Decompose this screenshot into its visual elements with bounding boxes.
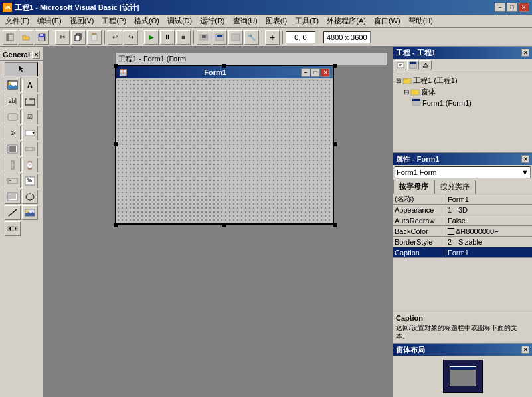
form-maximize-btn[interactable]: □	[311, 68, 320, 77]
handle-bc[interactable]	[222, 223, 226, 227]
toolbar-open[interactable]	[19, 30, 33, 45]
props-row-caption[interactable]: Caption Form1	[393, 247, 532, 258]
menu-window[interactable]: 窗口(W)	[370, 15, 404, 27]
tool-shape[interactable]	[22, 190, 38, 204]
menu-run[interactable]: 运行(R)	[196, 15, 228, 27]
svg-rect-55	[411, 90, 419, 95]
tool-drive[interactable]	[5, 174, 21, 188]
menu-query[interactable]: 查询(U)	[229, 15, 262, 27]
toolbar-pause[interactable]: ⏸	[160, 30, 175, 45]
menu-file[interactable]: 文件(F)	[1, 15, 33, 27]
maximize-button[interactable]: □	[507, 3, 517, 12]
svg-rect-28	[25, 148, 27, 150]
tool-radio[interactable]: ⊙	[5, 126, 21, 140]
tool-picture[interactable]	[5, 78, 21, 92]
tool-commandbutton[interactable]	[5, 110, 21, 124]
tool-vscroll[interactable]	[5, 158, 21, 172]
project-panel: 工程 - 工程1 ✕ ⊟	[393, 47, 532, 153]
props-val-name: Form1	[446, 196, 532, 203]
properties-panel-close[interactable]: ✕	[521, 155, 529, 163]
toolbar-stop[interactable]: ■	[176, 30, 191, 45]
toolbar: ✂ ↩ ↪ ▶ ⏸ ■ 🔧 + 0, 0 4800 x 3600	[0, 28, 532, 47]
props-row-autoredraw[interactable]: AutoRedraw False	[393, 215, 532, 226]
minimize-button[interactable]: −	[495, 3, 505, 12]
tool-data[interactable]	[5, 221, 21, 236]
props-val-appearance: 1 - 3D	[446, 206, 532, 214]
form-window[interactable]: 🪟 Form1 − □ ✕	[115, 65, 334, 225]
form-content[interactable]	[116, 78, 333, 223]
tool-combobox[interactable]	[22, 126, 38, 140]
tree-form1-icon	[412, 98, 421, 108]
project-toolbar-view-form[interactable]	[407, 60, 419, 70]
toolbar-menu2[interactable]	[213, 30, 227, 45]
form-close-btn[interactable]: ✕	[321, 68, 330, 77]
props-tab-alpha[interactable]: 按字母序	[393, 180, 434, 194]
toolbar-menu3[interactable]	[228, 30, 243, 45]
handle-bl[interactable]	[114, 223, 118, 227]
tool-dir[interactable]	[22, 174, 38, 188]
toolbar-run[interactable]: ▶	[144, 30, 159, 45]
tool-listbox[interactable]	[5, 142, 21, 156]
props-row-borderstyle[interactable]: BorderStyle 2 - Sizable	[393, 237, 532, 247]
menu-diagram[interactable]: 图表(I)	[262, 15, 291, 27]
handle-ml[interactable]	[114, 142, 118, 146]
menu-project[interactable]: 工程(P)	[98, 15, 130, 27]
props-name-caption: Caption	[393, 249, 446, 257]
props-row-name[interactable]: (名称) Form1	[393, 194, 532, 205]
tool-label[interactable]: A	[22, 78, 38, 92]
layout-panel-close[interactable]: ✕	[521, 346, 529, 354]
tree-item-form1[interactable]: Form1 (Form1)	[396, 98, 529, 108]
menu-help[interactable]: 帮助(H)	[404, 15, 437, 27]
props-row-backcolor[interactable]: BackColor &H8000000F	[393, 226, 532, 237]
handle-br[interactable]	[333, 223, 337, 227]
toolbar-undo[interactable]: ↩	[108, 30, 122, 45]
props-val-backcolor: &H8000000F	[446, 227, 532, 235]
project-panel-close[interactable]: ✕	[521, 49, 529, 57]
props-row-appearance[interactable]: Appearance 1 - 3D	[393, 205, 532, 215]
tool-line[interactable]	[5, 205, 21, 220]
handle-tr[interactable]	[333, 64, 337, 68]
toolbar-plus[interactable]: +	[265, 30, 280, 45]
project-toolbar-toggle[interactable]	[420, 60, 432, 70]
tool-checkbox[interactable]: ☑	[22, 110, 38, 124]
menu-debug[interactable]: 调试(D)	[163, 15, 196, 27]
tool-pointer[interactable]	[5, 62, 38, 76]
menu-view[interactable]: 视图(V)	[66, 15, 98, 27]
toolbar-save[interactable]	[35, 30, 49, 45]
tool-file[interactable]	[5, 190, 21, 204]
backcolor-swatch	[448, 228, 454, 235]
menu-format[interactable]: 格式(O)	[130, 15, 163, 27]
handle-mr[interactable]	[333, 142, 337, 146]
toolbox-close[interactable]: ✕	[32, 51, 40, 59]
tree-item-project[interactable]: ⊟ 工程1 (工程1)	[396, 75, 529, 86]
handle-tl[interactable]	[114, 64, 118, 68]
tool-frame[interactable]	[22, 94, 38, 108]
toolbox-label: General	[3, 51, 30, 59]
project-toolbar-view-code[interactable]	[395, 60, 406, 70]
props-tabs: 按字母序 按分类序	[393, 180, 532, 194]
toolbar-menu1[interactable]	[197, 30, 211, 45]
handle-tc[interactable]	[222, 64, 226, 68]
toolbar-wrench[interactable]: 🔧	[244, 30, 259, 45]
right-panels: 工程 - 工程1 ✕ ⊟	[393, 47, 532, 397]
props-val-caption: Form1	[446, 249, 532, 257]
properties-panel-titlebar: 属性 - Form1 ✕	[393, 153, 532, 165]
canvas-area[interactable]: 工程1 - Form1 (Form 🪟 Form1 − □ ✕	[43, 47, 393, 397]
props-tab-category[interactable]: 按分类序	[434, 180, 476, 194]
menu-tools[interactable]: 工具(T)	[291, 15, 323, 27]
menu-addins[interactable]: 外接程序(A)	[323, 15, 370, 27]
form-minimize-btn[interactable]: −	[301, 68, 310, 77]
tool-timer[interactable]: ⌚	[22, 158, 38, 172]
toolbar-new[interactable]	[3, 30, 17, 45]
tool-hscroll[interactable]	[22, 142, 38, 156]
toolbar-cut[interactable]: ✂	[55, 30, 70, 45]
toolbar-paste[interactable]	[87, 30, 102, 45]
toolbar-redo[interactable]: ↪	[124, 30, 138, 45]
tree-item-forms[interactable]: ⊟ 窗体	[396, 86, 529, 98]
toolbar-copy[interactable]	[71, 30, 86, 45]
tool-textbox[interactable]: ab|	[5, 94, 21, 108]
close-button[interactable]: ✕	[519, 3, 529, 12]
tool-image[interactable]	[22, 205, 38, 220]
menu-edit[interactable]: 编辑(E)	[33, 15, 66, 27]
props-object-select[interactable]: Form1 Form ▼	[395, 166, 531, 178]
